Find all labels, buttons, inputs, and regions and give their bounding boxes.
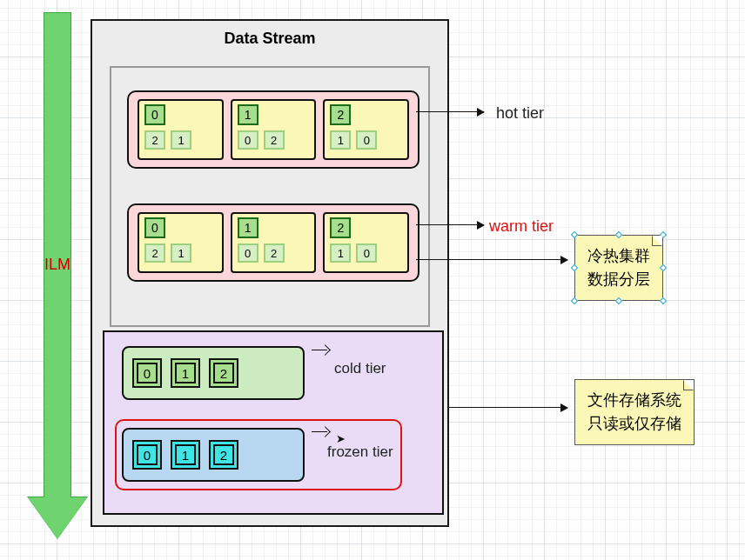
primary-shard: 2 <box>330 217 351 238</box>
data-stream-container: Data Stream 0 2 1 1 0 2 2 1 0 <box>91 19 449 527</box>
note-line: 数据分层 <box>587 268 650 291</box>
replica-shard: 0 <box>238 243 258 263</box>
replica-shard: 1 <box>171 243 191 263</box>
frozen-tier-label: frozen tier <box>327 443 393 461</box>
note-line: 冷热集群 <box>587 244 650 268</box>
arrow-warm-icon <box>416 224 484 225</box>
primary-shard: 2 <box>330 104 351 125</box>
replica-shard: 0 <box>356 243 377 263</box>
replica-shard: 1 <box>330 243 351 263</box>
cold-tier-label: cold tier <box>334 360 386 377</box>
replica-shard: 1 <box>330 130 351 150</box>
primary-shard: 0 <box>144 104 165 125</box>
primary-shard: 1 <box>238 217 258 238</box>
warm-tier-group: 0 2 1 1 0 2 2 1 0 <box>127 203 419 282</box>
arrow-to-coldfrozen-note-icon <box>449 407 567 408</box>
hot-node-0: 0 2 1 <box>138 99 224 160</box>
replica-shard: 0 <box>356 130 377 150</box>
cold-frozen-region: 0 1 2 cold tier 0 1 2 frozen tier <box>103 330 444 515</box>
ilm-lifecycle-arrow: ILM <box>38 12 77 543</box>
frozen-shard: 2 <box>209 440 238 470</box>
replica-shard: 2 <box>264 243 285 263</box>
hot-node-1: 1 0 2 <box>231 99 317 160</box>
ilm-arrow-head-icon <box>28 497 87 539</box>
arrow-to-hotwarm-note-icon <box>416 259 567 260</box>
hot-node-2: 2 1 0 <box>323 99 409 160</box>
data-stream-title: Data Stream <box>92 21 447 53</box>
warm-node-2: 2 1 0 <box>323 212 409 273</box>
cold-shard: 2 <box>209 358 238 388</box>
cold-shard: 1 <box>171 358 200 388</box>
replica-shard: 2 <box>144 130 165 150</box>
cold-shard: 0 <box>132 358 162 388</box>
hot-tier-label: hot tier <box>496 104 544 123</box>
ilm-label: ILM <box>38 256 77 274</box>
frozen-tier-group: 0 1 2 <box>122 428 305 482</box>
note-fold-icon <box>683 380 694 390</box>
note-line: 文件存储系统 <box>587 389 681 412</box>
frozen-shard: 1 <box>171 440 200 470</box>
hot-warm-note[interactable]: 冷热集群 数据分层 <box>574 235 663 301</box>
arrow-cold-internal-icon <box>312 350 327 350</box>
replica-shard: 2 <box>144 243 165 263</box>
hot-tier-group: 0 2 1 1 0 2 2 1 0 <box>127 90 419 169</box>
arrow-frozen-internal-icon <box>312 431 327 432</box>
replica-shard: 1 <box>171 130 191 150</box>
replica-shard: 0 <box>238 130 258 150</box>
warm-node-1: 1 0 2 <box>231 212 317 273</box>
primary-shard: 0 <box>144 217 165 238</box>
replica-shard: 2 <box>264 130 285 150</box>
primary-shard: 1 <box>238 104 258 125</box>
cold-frozen-note[interactable]: 文件存储系统 只读或仅存储 <box>574 379 695 445</box>
mouse-cursor-icon: ➤ <box>336 432 346 445</box>
frozen-shard: 0 <box>132 440 162 470</box>
note-line: 只读或仅存储 <box>587 412 681 436</box>
note-fold-icon <box>652 236 662 246</box>
cold-tier-group: 0 1 2 <box>122 346 305 400</box>
arrow-hot-icon <box>416 111 484 112</box>
warm-tier-label: warm tier <box>489 217 554 236</box>
warm-node-0: 0 2 1 <box>138 212 224 273</box>
